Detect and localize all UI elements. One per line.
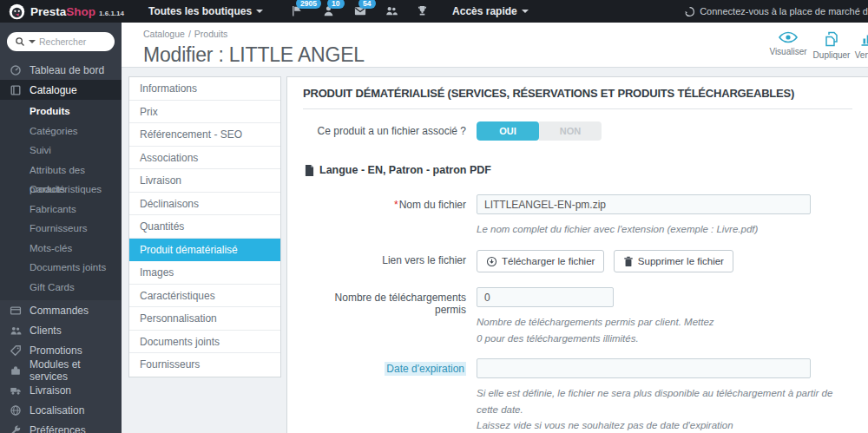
tab-fournisseurs[interactable]: Fournisseurs bbox=[129, 353, 280, 377]
download-button-label: Télécharger le fichier bbox=[502, 256, 595, 266]
file-link-row: Lien vers le fichier Télécharger le fich… bbox=[303, 250, 852, 272]
sidebar-item-mots-cles[interactable]: Mots-clés bbox=[0, 239, 122, 259]
has-file-label: Ce produit a un fichier associé ? bbox=[303, 125, 477, 137]
sidebar-item-label: Localisation bbox=[30, 404, 84, 417]
duplicate-button[interactable]: Dupliquer bbox=[811, 30, 852, 60]
has-file-toggle: OUI NON bbox=[477, 121, 602, 141]
employees-icon[interactable] bbox=[385, 4, 398, 18]
gauge-icon bbox=[10, 64, 22, 76]
sidebar-item-fabricants[interactable]: Fabricants bbox=[0, 200, 122, 220]
duplicate-icon bbox=[811, 30, 852, 48]
file-section-label: Langue - EN, Patron - patron PDF bbox=[319, 164, 491, 176]
globe-icon bbox=[10, 404, 22, 417]
file-icon bbox=[305, 165, 314, 176]
delete-file-button[interactable]: Supprimer le fichier bbox=[614, 250, 733, 272]
wrench-icon bbox=[10, 424, 22, 433]
duplicate-label: Dupliquer bbox=[811, 50, 852, 60]
sidebar-item-modules-et-services[interactable]: Modules et services bbox=[0, 360, 122, 380]
sidebar-item-gift-cards[interactable]: Gift Cards bbox=[0, 278, 122, 298]
sidebar-item-commandes[interactable]: Commandes bbox=[0, 300, 122, 320]
sidebar-item-attributs[interactable]: Attributs des produits bbox=[0, 161, 122, 180]
sidebar-item-categories[interactable]: Catégories bbox=[0, 121, 122, 141]
sidebar-search[interactable] bbox=[7, 32, 115, 51]
sidebar-item-suivi[interactable]: Suivi bbox=[0, 141, 122, 161]
delete-button-label: Supprimer le fichier bbox=[638, 256, 724, 266]
prestashop-logo-icon bbox=[9, 3, 25, 20]
search-scope-chevron-icon[interactable] bbox=[29, 40, 36, 43]
sidebar-item-produits[interactable]: Produits bbox=[0, 102, 122, 121]
toggle-non-button[interactable]: NON bbox=[539, 121, 602, 141]
orders-count-badge: 2905 bbox=[296, 0, 321, 9]
trophy-icon[interactable] bbox=[416, 4, 430, 18]
sidebar-item-label: Livraison bbox=[30, 384, 71, 397]
tab-declinaisons[interactable]: Déclinaisons bbox=[129, 193, 280, 216]
expiration-date-input[interactable] bbox=[477, 358, 811, 378]
sidebar-item-livraison[interactable]: Livraison bbox=[0, 380, 122, 400]
tab-associations[interactable]: Associations bbox=[129, 147, 280, 170]
downloads-input[interactable] bbox=[477, 287, 614, 307]
version-label: 1.6.1.14 bbox=[99, 10, 124, 17]
credit-card-icon bbox=[10, 305, 22, 317]
sidebar-item-label: Préférences bbox=[30, 424, 86, 433]
tag-icon bbox=[10, 344, 22, 357]
sidebar-item-fournisseurs[interactable]: Fournisseurs bbox=[0, 219, 122, 239]
prestashop-logo: PrestaShop1.6.1.14 bbox=[9, 3, 124, 20]
tab-livraison[interactable]: Livraison bbox=[129, 169, 280, 193]
messages-notification[interactable]: 54 bbox=[353, 4, 367, 18]
customers-notification[interactable]: 10 bbox=[322, 4, 336, 18]
required-mark: * bbox=[394, 199, 398, 211]
tab-personnalisation[interactable]: Personnalisation bbox=[129, 307, 280, 331]
expiration-label-text[interactable]: Date d'expiration bbox=[385, 362, 466, 376]
quick-access-label: Accès rapide bbox=[452, 5, 517, 17]
messages-count-badge: 54 bbox=[358, 0, 375, 9]
expiration-row: Date d'expiration Si elle est définie, l… bbox=[303, 358, 852, 433]
marketplace-link-label: Connectez-vous à la place de marché d bbox=[700, 6, 868, 16]
sidebar-item-documents-joints[interactable]: Documents joints bbox=[0, 258, 122, 278]
sidebar-item-label: Tableau de bord bbox=[30, 64, 104, 76]
top-bar: PrestaShop1.6.1.14 Toutes les boutiques … bbox=[0, 0, 868, 23]
downloads-row: Nombre de téléchargements permis Nombre … bbox=[303, 287, 852, 346]
sidebar-item-preferences[interactable]: Préférences bbox=[0, 420, 122, 433]
tab-produit-dematerialise[interactable]: Produit dématérialisé bbox=[129, 239, 280, 262]
topbar-notification-icons: 2905 10 54 bbox=[291, 4, 430, 18]
tab-documents-joints[interactable]: Documents joints bbox=[129, 331, 280, 354]
preview-label: Visualiser bbox=[767, 47, 809, 56]
downloads-label: Nombre de téléchargements permis bbox=[303, 287, 477, 346]
orders-notification[interactable]: 2905 bbox=[291, 4, 305, 18]
tab-prix[interactable]: Prix bbox=[129, 101, 280, 124]
tab-referencement-seo[interactable]: Référencement - SEO bbox=[129, 123, 280, 147]
brand-presta: Presta bbox=[30, 5, 66, 18]
quick-access-dropdown[interactable]: Accès rapide bbox=[452, 5, 529, 17]
puzzle-icon bbox=[10, 364, 22, 377]
header-actions: Visualiser Dupliquer Ventes bbox=[122, 30, 868, 81]
content-area: Informations Prix Référencement - SEO As… bbox=[122, 68, 868, 433]
search-icon bbox=[15, 36, 25, 47]
sidebar-item-clients[interactable]: Clients bbox=[0, 320, 122, 340]
search-input[interactable] bbox=[39, 36, 102, 47]
tab-quantites[interactable]: Quantités bbox=[129, 215, 280, 239]
sidebar-item-tableau-de-bord[interactable]: Tableau de bord bbox=[0, 60, 122, 80]
sidebar-item-localisation[interactable]: Localisation bbox=[0, 400, 122, 420]
eye-icon bbox=[767, 30, 809, 44]
panel-title: PRODUIT DÉMATÉRIALISÉ (SERVICES, RÉSERVA… bbox=[303, 87, 852, 109]
shop-selector-dropdown[interactable]: Toutes les boutiques bbox=[148, 5, 263, 17]
expiration-help: Si elle est définie, le fichier ne sera … bbox=[477, 385, 852, 433]
download-file-button[interactable]: Télécharger le fichier bbox=[477, 250, 604, 272]
brand-shop: Shop bbox=[66, 5, 95, 18]
tab-images[interactable]: Images bbox=[129, 261, 280, 285]
sidebar-item-caracteristiques[interactable]: Caractéristiques bbox=[0, 180, 122, 200]
preview-button[interactable]: Visualiser bbox=[767, 30, 809, 56]
filename-input[interactable] bbox=[477, 194, 811, 214]
toggle-oui-button[interactable]: OUI bbox=[477, 121, 539, 141]
sidebar-nav: Tableau de bord Catalogue Produits Catég… bbox=[0, 60, 122, 433]
expiration-label: Date d'expiration bbox=[303, 358, 477, 433]
filename-label-text: Nom du fichier bbox=[399, 199, 466, 211]
chevron-down-icon bbox=[256, 10, 263, 13]
marketplace-link[interactable]: Connectez-vous à la place de marché d bbox=[684, 0, 868, 23]
sidebar-item-label: Promotions bbox=[30, 344, 82, 357]
tab-caracteristiques[interactable]: Caractéristiques bbox=[129, 285, 280, 308]
sales-button[interactable]: Ventes bbox=[847, 30, 868, 60]
sales-label: Ventes bbox=[847, 50, 868, 60]
virtual-product-panel: PRODUIT DÉMATÉRIALISÉ (SERVICES, RÉSERVA… bbox=[286, 76, 868, 433]
sidebar-item-catalogue[interactable]: Catalogue bbox=[0, 80, 122, 100]
